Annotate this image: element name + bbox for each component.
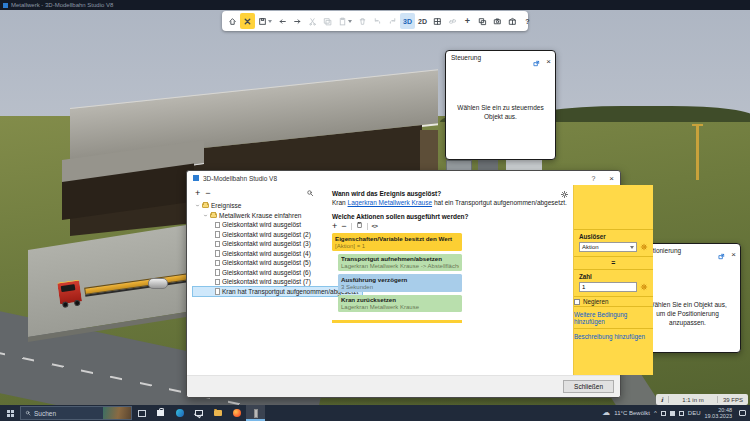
tray-expand-icon[interactable]: ^	[654, 410, 657, 416]
tree-item-gleiskontakt-4[interactable]: Gleiskontakt wird ausgelöst (4)	[193, 249, 315, 259]
event-icon	[215, 222, 220, 229]
duplicate-button[interactable]	[475, 13, 490, 29]
value-input[interactable]	[579, 282, 637, 292]
redo-button[interactable]	[385, 13, 400, 29]
tree-item-gleiskontakt-6[interactable]: Gleiskontakt wird ausgelöst (6)	[193, 268, 315, 278]
weather-text[interactable]: 11°C Bewölkt	[614, 410, 650, 416]
action-card-reset[interactable]: Kran zurücksetzen Lagerkran Metallwerk K…	[338, 295, 462, 313]
event-icon	[215, 279, 220, 286]
tray-onedrive-icon[interactable]	[670, 411, 675, 416]
tree-item-ereignisse[interactable]: Ereignisse	[193, 201, 245, 211]
event-tree: Ereignisse Metallwerk Krause einfahren G…	[193, 201, 324, 296]
scene-tank-load[interactable]	[148, 278, 168, 289]
os-title-bar: Metallwerk - 3D-Modellbahn Studio V8	[0, 0, 750, 10]
close-icon[interactable]: ×	[609, 174, 614, 183]
fps-indicator: 39 FPS	[718, 394, 748, 405]
gear-icon[interactable]	[640, 283, 648, 292]
insert-position-bar[interactable]	[332, 320, 462, 323]
tree-item-metallwerk[interactable]: Metallwerk Krause einfahren	[193, 211, 305, 221]
tree-item-gleiskontakt-3[interactable]: Gleiskontakt wird ausgelöst (3)	[193, 239, 315, 249]
date: 19.03.2023	[704, 413, 732, 419]
link-button[interactable]	[445, 13, 460, 29]
operator-button[interactable]: =	[574, 256, 653, 269]
forward-button[interactable]	[290, 13, 305, 29]
gear-icon[interactable]	[640, 243, 648, 252]
event-icon	[215, 231, 220, 238]
paste-button[interactable]	[335, 17, 355, 26]
package-button[interactable]	[505, 13, 520, 29]
modellbahn-studio-task-button[interactable]	[246, 405, 265, 421]
popout-icon[interactable]	[718, 246, 725, 264]
save-button[interactable]	[255, 17, 275, 26]
language-indicator[interactable]: DEU	[688, 410, 701, 416]
start-button[interactable]	[0, 405, 20, 421]
viewport-status-bar: i 1:1 in m 39 FPS	[656, 394, 748, 405]
action-card-delay[interactable]: Ausführung verzögern 3 Sekunden	[338, 274, 462, 292]
undo-button[interactable]	[370, 13, 385, 29]
help-button[interactable]: ?	[520, 13, 535, 29]
panel-message: Wählen Sie ein Objekt aus, um die Positi…	[643, 300, 732, 327]
mail-button[interactable]	[189, 405, 208, 421]
action-remove-button[interactable]: −	[341, 221, 346, 231]
search-icon[interactable]	[306, 189, 314, 199]
camera-button[interactable]	[490, 13, 505, 29]
window-title: Metallwerk - 3D-Modellbahn Studio V8	[11, 2, 113, 8]
negate-checkbox[interactable]	[574, 299, 580, 305]
view-2d-button[interactable]: 2D	[415, 13, 430, 29]
view-3d-button[interactable]: 3D	[400, 13, 415, 29]
tree-item-gleiskontakt-5[interactable]: Gleiskontakt wird ausgelöst (5)	[193, 258, 315, 268]
negate-row[interactable]: Negieren	[574, 296, 653, 306]
chevron-down-icon[interactable]	[203, 212, 208, 219]
grid-button[interactable]	[430, 13, 445, 29]
close-dialog-button[interactable]: Schließen	[563, 380, 614, 393]
tree-item-gleiskontakt[interactable]: Gleiskontakt wird ausgelöst	[193, 220, 305, 230]
event-icon	[215, 260, 220, 267]
copy-button[interactable]	[320, 13, 335, 29]
help-icon[interactable]: ?	[591, 175, 595, 182]
clock[interactable]: 20:48 19.03.2023	[704, 407, 732, 420]
panel-title: Steuerung	[451, 54, 481, 61]
tree-remove-button[interactable]: −	[205, 188, 210, 198]
chevron-down-icon[interactable]	[195, 202, 200, 209]
notification-center-icon[interactable]	[739, 410, 746, 416]
close-icon[interactable]: ×	[546, 58, 551, 66]
tree-item-gleiskontakt-2[interactable]: Gleiskontakt wird ausgelöst (2)	[193, 230, 315, 240]
store-button[interactable]	[151, 405, 170, 421]
desktop: Metallwerk - 3D-Modellbahn Studio V8	[0, 0, 750, 421]
explorer-button[interactable]	[208, 405, 227, 421]
code-view-button[interactable]: <>	[372, 223, 378, 229]
tools-button[interactable]	[240, 13, 255, 29]
taskbar-search[interactable]: Suchen	[20, 406, 132, 420]
search-placeholder: Suchen	[34, 410, 56, 417]
add-description-link[interactable]: Beschreibung hinzufügen	[574, 328, 653, 343]
when-sentence: Kran Lagerkran Metallwerk Krause hat ein…	[332, 199, 567, 206]
task-view-button[interactable]	[132, 405, 151, 421]
cut-button[interactable]	[305, 13, 320, 29]
add-condition-link[interactable]: Weitere Bedingung hinzufügen	[574, 306, 653, 328]
paste-icon[interactable]	[356, 221, 363, 231]
tray-volume-icon[interactable]	[679, 411, 684, 416]
tree-add-button[interactable]: +	[195, 188, 200, 198]
gear-icon[interactable]	[560, 190, 569, 200]
chevron-down-icon	[630, 246, 634, 249]
event-icon	[215, 269, 220, 276]
firefox-button[interactable]	[227, 405, 246, 421]
tray-battery-icon[interactable]	[661, 411, 666, 416]
close-icon[interactable]: ×	[731, 251, 736, 259]
action-add-button[interactable]: +	[332, 221, 337, 231]
scene-crane-mast[interactable]	[696, 124, 699, 180]
action-card-condition[interactable]: Eigenschaften/Variable besitzt den Wert …	[332, 233, 462, 251]
tree-item-gleiskontakt-7[interactable]: Gleiskontakt wird ausgelöst (7)	[193, 277, 315, 287]
popout-icon[interactable]	[533, 53, 540, 71]
trigger-select[interactable]: Aktion	[579, 242, 637, 252]
object-link[interactable]: Lagerkran Metallwerk Krause	[348, 199, 433, 206]
chevron-down-icon	[268, 20, 272, 23]
home-button[interactable]	[225, 13, 240, 29]
action-card-transport[interactable]: Transportgut aufnehmen/absetzen Lagerkra…	[338, 254, 462, 272]
add-object-button[interactable]: +	[460, 13, 475, 29]
info-icon[interactable]: i	[656, 394, 668, 405]
action-card-list: Eigenschaften/Variable besitzt den Wert …	[332, 233, 462, 323]
back-button[interactable]	[275, 13, 290, 29]
delete-button[interactable]	[355, 13, 370, 29]
edge-button[interactable]	[170, 405, 189, 421]
